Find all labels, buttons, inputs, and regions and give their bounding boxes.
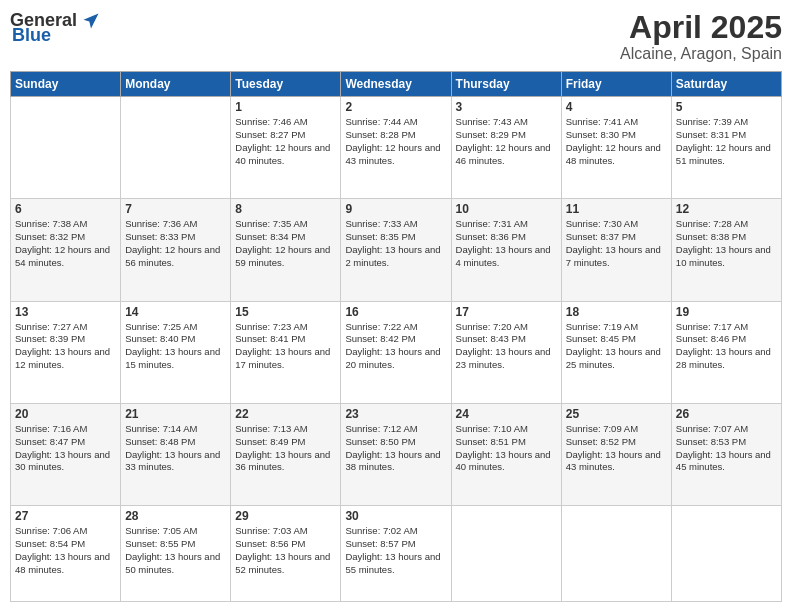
day-cell-w2-d7: 12Sunrise: 7:28 AM Sunset: 8:38 PM Dayli… <box>671 199 781 301</box>
day-number: 22 <box>235 407 336 421</box>
logo: General Blue <box>10 10 101 46</box>
day-number: 13 <box>15 305 116 319</box>
header-wednesday: Wednesday <box>341 72 451 97</box>
day-cell-w3-d4: 16Sunrise: 7:22 AM Sunset: 8:42 PM Dayli… <box>341 301 451 403</box>
calendar-table: Sunday Monday Tuesday Wednesday Thursday… <box>10 71 782 602</box>
day-cell-w1-d3: 1Sunrise: 7:46 AM Sunset: 8:27 PM Daylig… <box>231 97 341 199</box>
header-thursday: Thursday <box>451 72 561 97</box>
day-cell-w1-d2 <box>121 97 231 199</box>
day-cell-w5-d3: 29Sunrise: 7:03 AM Sunset: 8:56 PM Dayli… <box>231 506 341 602</box>
day-number: 3 <box>456 100 557 114</box>
day-info: Sunrise: 7:20 AM Sunset: 8:43 PM Dayligh… <box>456 321 557 372</box>
day-info: Sunrise: 7:31 AM Sunset: 8:36 PM Dayligh… <box>456 218 557 269</box>
day-number: 21 <box>125 407 226 421</box>
page-header: General Blue April 2025 Alcaine, Aragon,… <box>10 10 782 63</box>
day-number: 26 <box>676 407 777 421</box>
day-cell-w3-d6: 18Sunrise: 7:19 AM Sunset: 8:45 PM Dayli… <box>561 301 671 403</box>
day-info: Sunrise: 7:35 AM Sunset: 8:34 PM Dayligh… <box>235 218 336 269</box>
day-cell-w2-d4: 9Sunrise: 7:33 AM Sunset: 8:35 PM Daylig… <box>341 199 451 301</box>
day-number: 12 <box>676 202 777 216</box>
day-cell-w1-d1 <box>11 97 121 199</box>
day-info: Sunrise: 7:17 AM Sunset: 8:46 PM Dayligh… <box>676 321 777 372</box>
day-info: Sunrise: 7:13 AM Sunset: 8:49 PM Dayligh… <box>235 423 336 474</box>
header-monday: Monday <box>121 72 231 97</box>
day-info: Sunrise: 7:14 AM Sunset: 8:48 PM Dayligh… <box>125 423 226 474</box>
day-info: Sunrise: 7:38 AM Sunset: 8:32 PM Dayligh… <box>15 218 116 269</box>
day-cell-w4-d1: 20Sunrise: 7:16 AM Sunset: 8:47 PM Dayli… <box>11 403 121 505</box>
day-number: 28 <box>125 509 226 523</box>
day-cell-w3-d7: 19Sunrise: 7:17 AM Sunset: 8:46 PM Dayli… <box>671 301 781 403</box>
week-row-1: 1Sunrise: 7:46 AM Sunset: 8:27 PM Daylig… <box>11 97 782 199</box>
logo-blue: Blue <box>12 25 51 46</box>
day-number: 20 <box>15 407 116 421</box>
day-number: 1 <box>235 100 336 114</box>
day-number: 29 <box>235 509 336 523</box>
day-cell-w3-d1: 13Sunrise: 7:27 AM Sunset: 8:39 PM Dayli… <box>11 301 121 403</box>
day-number: 27 <box>15 509 116 523</box>
day-cell-w1-d6: 4Sunrise: 7:41 AM Sunset: 8:30 PM Daylig… <box>561 97 671 199</box>
day-cell-w2-d3: 8Sunrise: 7:35 AM Sunset: 8:34 PM Daylig… <box>231 199 341 301</box>
day-cell-w2-d6: 11Sunrise: 7:30 AM Sunset: 8:37 PM Dayli… <box>561 199 671 301</box>
day-info: Sunrise: 7:41 AM Sunset: 8:30 PM Dayligh… <box>566 116 667 167</box>
day-info: Sunrise: 7:06 AM Sunset: 8:54 PM Dayligh… <box>15 525 116 576</box>
day-cell-w2-d2: 7Sunrise: 7:36 AM Sunset: 8:33 PM Daylig… <box>121 199 231 301</box>
day-info: Sunrise: 7:07 AM Sunset: 8:53 PM Dayligh… <box>676 423 777 474</box>
day-number: 16 <box>345 305 446 319</box>
day-number: 19 <box>676 305 777 319</box>
day-number: 24 <box>456 407 557 421</box>
day-number: 5 <box>676 100 777 114</box>
day-cell-w3-d5: 17Sunrise: 7:20 AM Sunset: 8:43 PM Dayli… <box>451 301 561 403</box>
day-number: 11 <box>566 202 667 216</box>
day-info: Sunrise: 7:46 AM Sunset: 8:27 PM Dayligh… <box>235 116 336 167</box>
day-cell-w5-d5 <box>451 506 561 602</box>
day-cell-w2-d5: 10Sunrise: 7:31 AM Sunset: 8:36 PM Dayli… <box>451 199 561 301</box>
day-cell-w3-d2: 14Sunrise: 7:25 AM Sunset: 8:40 PM Dayli… <box>121 301 231 403</box>
day-cell-w5-d1: 27Sunrise: 7:06 AM Sunset: 8:54 PM Dayli… <box>11 506 121 602</box>
day-info: Sunrise: 7:12 AM Sunset: 8:50 PM Dayligh… <box>345 423 446 474</box>
day-cell-w4-d5: 24Sunrise: 7:10 AM Sunset: 8:51 PM Dayli… <box>451 403 561 505</box>
day-info: Sunrise: 7:43 AM Sunset: 8:29 PM Dayligh… <box>456 116 557 167</box>
day-info: Sunrise: 7:03 AM Sunset: 8:56 PM Dayligh… <box>235 525 336 576</box>
day-info: Sunrise: 7:28 AM Sunset: 8:38 PM Dayligh… <box>676 218 777 269</box>
logo-bird-icon <box>81 11 101 31</box>
day-info: Sunrise: 7:33 AM Sunset: 8:35 PM Dayligh… <box>345 218 446 269</box>
header-tuesday: Tuesday <box>231 72 341 97</box>
title-block: April 2025 Alcaine, Aragon, Spain <box>620 10 782 63</box>
day-number: 15 <box>235 305 336 319</box>
day-info: Sunrise: 7:02 AM Sunset: 8:57 PM Dayligh… <box>345 525 446 576</box>
day-number: 9 <box>345 202 446 216</box>
day-cell-w2-d1: 6Sunrise: 7:38 AM Sunset: 8:32 PM Daylig… <box>11 199 121 301</box>
day-number: 7 <box>125 202 226 216</box>
day-number: 14 <box>125 305 226 319</box>
day-info: Sunrise: 7:39 AM Sunset: 8:31 PM Dayligh… <box>676 116 777 167</box>
day-cell-w4-d7: 26Sunrise: 7:07 AM Sunset: 8:53 PM Dayli… <box>671 403 781 505</box>
week-row-2: 6Sunrise: 7:38 AM Sunset: 8:32 PM Daylig… <box>11 199 782 301</box>
day-info: Sunrise: 7:16 AM Sunset: 8:47 PM Dayligh… <box>15 423 116 474</box>
day-cell-w1-d4: 2Sunrise: 7:44 AM Sunset: 8:28 PM Daylig… <box>341 97 451 199</box>
header-saturday: Saturday <box>671 72 781 97</box>
day-cell-w5-d7 <box>671 506 781 602</box>
day-number: 2 <box>345 100 446 114</box>
location-title: Alcaine, Aragon, Spain <box>620 45 782 63</box>
calendar-page: General Blue April 2025 Alcaine, Aragon,… <box>0 0 792 612</box>
header-sunday: Sunday <box>11 72 121 97</box>
day-info: Sunrise: 7:10 AM Sunset: 8:51 PM Dayligh… <box>456 423 557 474</box>
day-info: Sunrise: 7:30 AM Sunset: 8:37 PM Dayligh… <box>566 218 667 269</box>
day-cell-w5-d6 <box>561 506 671 602</box>
day-info: Sunrise: 7:23 AM Sunset: 8:41 PM Dayligh… <box>235 321 336 372</box>
weekday-header-row: Sunday Monday Tuesday Wednesday Thursday… <box>11 72 782 97</box>
day-info: Sunrise: 7:27 AM Sunset: 8:39 PM Dayligh… <box>15 321 116 372</box>
day-number: 4 <box>566 100 667 114</box>
day-cell-w4-d2: 21Sunrise: 7:14 AM Sunset: 8:48 PM Dayli… <box>121 403 231 505</box>
day-cell-w5-d2: 28Sunrise: 7:05 AM Sunset: 8:55 PM Dayli… <box>121 506 231 602</box>
day-number: 30 <box>345 509 446 523</box>
day-number: 6 <box>15 202 116 216</box>
month-title: April 2025 <box>620 10 782 45</box>
day-cell-w5-d4: 30Sunrise: 7:02 AM Sunset: 8:57 PM Dayli… <box>341 506 451 602</box>
day-number: 8 <box>235 202 336 216</box>
day-number: 23 <box>345 407 446 421</box>
day-info: Sunrise: 7:19 AM Sunset: 8:45 PM Dayligh… <box>566 321 667 372</box>
week-row-4: 20Sunrise: 7:16 AM Sunset: 8:47 PM Dayli… <box>11 403 782 505</box>
header-friday: Friday <box>561 72 671 97</box>
day-cell-w1-d5: 3Sunrise: 7:43 AM Sunset: 8:29 PM Daylig… <box>451 97 561 199</box>
